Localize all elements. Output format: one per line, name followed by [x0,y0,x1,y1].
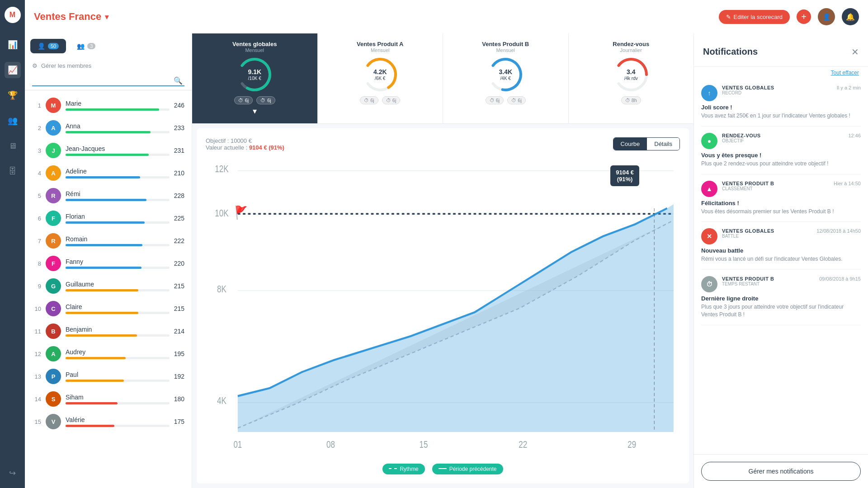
notif-item-header: ● RENDEZ-VOUS OBJECTIF 12:46 [701,133,861,149]
notifications-bell-icon[interactable]: 🔔 [842,8,859,25]
list-item[interactable]: 14 S Siham 180 [25,388,192,410]
notif-category: VENTES PRODUIT B [722,181,829,186]
avatar: S [46,391,61,407]
notif-meta: RENDEZ-VOUS OBJECTIF [722,133,844,143]
legend-periode-label: Période précédente [449,466,497,472]
list-item[interactable]: 15 V Valérie 175 [25,410,192,433]
sidebar-item-logout[interactable]: ↪ [5,465,21,481]
score-bar [66,176,140,178]
list-item[interactable]: 12 A Audrey 195 [25,343,192,365]
notifications-close-icon[interactable]: ✕ [851,47,859,57]
tab-groups[interactable]: 👥 3 [70,39,103,53]
list-item[interactable]: 2 A Anna 233 [25,117,192,139]
add-button[interactable]: + [797,9,811,24]
rank-number: 3 [32,147,41,154]
kpi-action-btn[interactable]: ⏱ 6j [507,96,526,104]
svg-text:29: 29 [627,440,636,450]
member-name: Valérie [66,416,170,423]
kpi-card-3[interactable]: Rendez-vous Journalier 3.4/4k rdv ⏱ 8h [569,33,694,123]
sidebar-item-monitor[interactable]: 🖥 [5,138,21,154]
sidebar-item-database[interactable]: 🗄 [5,163,21,179]
title-chevron-icon[interactable]: ▾ [105,13,108,21]
list-item[interactable]: 7 R Romain 222 [25,230,192,252]
rythme-line-icon [389,468,397,469]
sidebar-item-trophy[interactable]: 🏆 [5,87,21,103]
list-item[interactable]: 9 G Guillaume 215 [25,275,192,297]
kpi-action-btn[interactable]: ⏱ 6j [234,96,253,104]
kpi-action-btn[interactable]: ⏱ 6j [486,96,504,104]
score-bar-bg [66,244,170,246]
list-item[interactable]: 13 P Paul 192 [25,365,192,388]
sidebar-item-chart[interactable]: 📈 [5,62,21,78]
kpi-card-0[interactable]: Ventes globales Mensuel 9.1K/10K € ⏱ 6j … [192,33,318,123]
member-info: Florian [66,213,170,224]
score-bar-bg [66,221,170,224]
clock-icon: ⏱ [364,98,369,103]
list-item[interactable]: 3 J Jean-Jacques 231 [25,139,192,162]
clock-icon: ⏱ [511,98,516,103]
notification-item[interactable]: ✕ VENTES GLOBALES BATTLE 12/08/2018 à 14… [701,222,861,270]
member-name: Siham [66,394,170,401]
kpi-action-btn[interactable]: ⏱ 8h [621,96,641,104]
current-label: Valeur actuelle : [206,144,247,151]
list-item[interactable]: 11 B Benjamin 214 [25,320,192,343]
notif-body: Vous avez fait 250€ en 1 jour sur l'indi… [701,112,861,120]
avatar[interactable]: 👤 [818,8,835,25]
notif-body: Plus que 3 jours pour atteindre votre ob… [701,303,861,319]
score-bar [66,312,138,314]
list-item[interactable]: 1 M Marie 246 [25,94,192,117]
member-info: Guillaume [66,281,170,291]
score-bar [66,199,146,201]
manage-notifications-button[interactable]: Gérer mes notifications [701,462,861,481]
sidebar-item-dashboard[interactable]: 📊 [5,37,21,53]
svg-text:22: 22 [519,440,527,450]
list-item[interactable]: 8 F Fanny 220 [25,252,192,275]
legend-periode-button[interactable]: Période précédente [432,464,503,474]
notif-body: Rémi vous a lancé un défi sur l'indicate… [701,255,861,263]
notif-body: Plus que 2 rendez-vous pour atteindre vo… [701,160,861,168]
notif-type: CLASSEMENT [722,186,829,191]
member-info: Adeline [66,168,170,178]
kpi-sublabel: Journalier [576,47,687,53]
manage-members-link[interactable]: ⚙ Gérer les membres [25,59,192,73]
notifications-panel: Notifications ✕ Tout effacer ↑ VENTES GL… [693,33,868,488]
member-info: Romain [66,235,170,246]
avatar: V [46,414,61,429]
kpi-actions: ⏱ 6j ⏱ 6j [199,96,310,104]
avatar: A [46,346,61,361]
kpi-card-1[interactable]: Ventes Produit A Mensuel 4.2K/6K € ⏱ 6j … [318,33,443,123]
kpi-action-btn[interactable]: ⏱ 6j [360,96,378,104]
member-score: 215 [174,282,184,290]
legend-rythme-button[interactable]: Rythme [382,464,425,474]
edit-scorecard-button[interactable]: ✎ Editer la scorecard [719,10,790,24]
kpi-card-2[interactable]: Ventes Produit B Mensuel 3.4K/4K € ⏱ 6j … [443,33,569,123]
kpi-action-btn[interactable]: ⏱ 6j [256,96,275,104]
tab-members[interactable]: 👤 50 [30,39,66,53]
notification-item[interactable]: ▲ VENTES PRODUIT B CLASSEMENT Hier à 14:… [701,174,861,222]
member-info: Valérie [66,416,170,427]
sidebar-item-team[interactable]: 👥 [5,113,21,129]
tab-details[interactable]: Détails [647,138,679,150]
notification-item[interactable]: ⏱ VENTES PRODUIT B TEMPS RESTANT 09/08/2… [701,270,861,325]
tab-courbe[interactable]: Courbe [613,138,647,150]
score-bar-bg [66,402,170,404]
rank-number: 8 [32,260,41,267]
list-item[interactable]: 6 F Florian 225 [25,207,192,230]
kpi-action-btn[interactable]: ⏱ 6j [382,96,401,104]
members-icon: 👤 [38,42,45,50]
member-name: Rémi [66,190,170,197]
notification-item[interactable]: ↑ VENTES GLOBALES RECORD Il y a 2 min Jo… [701,79,861,127]
notif-time: 09/08/2018 à 9h15 [819,276,861,282]
score-bar [66,334,137,337]
search-input[interactable] [32,75,184,86]
member-info: Paul [66,371,170,382]
member-score: 246 [174,102,184,109]
list-item[interactable]: 10 C Claire 215 [25,297,192,320]
notif-body: Vous êtes désormais premier sur les Vent… [701,208,861,216]
clear-all-link[interactable]: Tout effacer [694,67,868,79]
list-item[interactable]: 5 R Rémi 228 [25,184,192,207]
notifications-footer: Gérer mes notifications [694,454,868,488]
notification-item[interactable]: ● RENDEZ-VOUS OBJECTIF 12:46 Vous y êtes… [701,127,861,174]
kpi-value: 9.1K/10K € [248,68,261,81]
list-item[interactable]: 4 A Adeline 210 [25,162,192,184]
